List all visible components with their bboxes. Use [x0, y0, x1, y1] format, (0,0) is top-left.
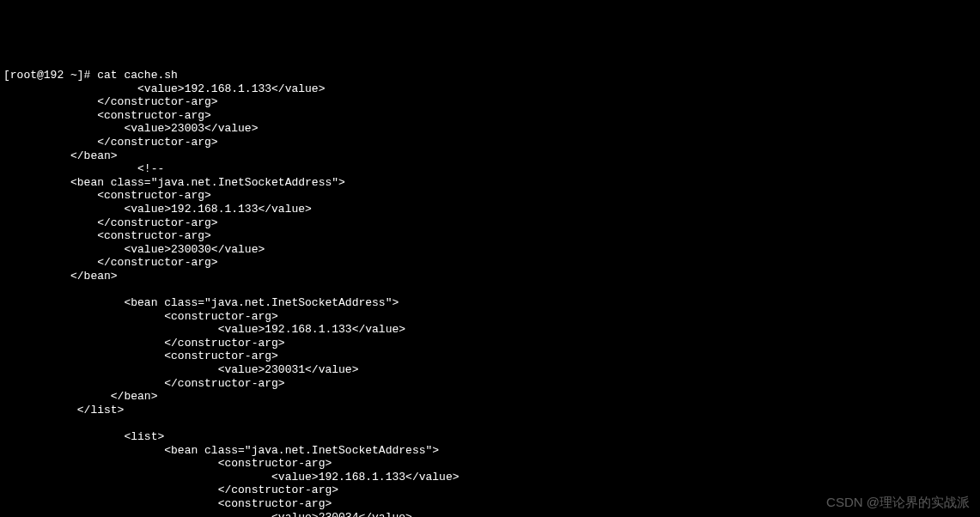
output-line: <value>230030</value> — [3, 243, 265, 256]
shell-prompt: [root@192 ~]# cat cache.sh — [3, 69, 178, 82]
output-line: <constructor-arg> — [3, 229, 211, 242]
terminal-output[interactable]: [root@192 ~]# cat cache.sh <value>192.16… — [0, 53, 980, 517]
output-line: <bean class="java.net.InetSocketAddress"… — [3, 176, 345, 189]
output-line: </constructor-arg> — [3, 377, 285, 390]
output-line: <constructor-arg> — [3, 350, 278, 362]
output-line: </constructor-arg> — [3, 216, 218, 229]
output-line: <value>230031</value> — [3, 363, 358, 376]
output-line: </constructor-arg> — [3, 256, 218, 269]
output-line: <value>23003</value> — [3, 122, 258, 135]
output-line: <value>192.168.1.133</value> — [3, 323, 405, 336]
output-line: <value>192.168.1.133</value> — [3, 203, 312, 216]
output-line: </list> — [3, 404, 124, 417]
output-line: <value>230034</value> — [3, 511, 412, 517]
output-line: <value>192.168.1.133</value> — [3, 471, 460, 484]
output-line: </bean> — [3, 390, 157, 403]
output-line: <value>192.168.1.133</value> — [3, 82, 325, 95]
output-line: <constructor-arg> — [3, 457, 332, 470]
output-line: <constructor-arg> — [3, 109, 211, 122]
output-line: <bean class="java.net.InetSocketAddress"… — [3, 444, 439, 457]
output-line: </constructor-arg> — [3, 95, 218, 108]
output-line: <constructor-arg> — [3, 189, 211, 202]
output-line: <!-- — [3, 162, 164, 175]
output-line: <list> — [3, 430, 164, 443]
watermark-text: CSDN @理论界的实战派 — [826, 495, 970, 510]
output-line: <bean class="java.net.InetSocketAddress"… — [3, 296, 399, 309]
output-line: </constructor-arg> — [3, 337, 285, 350]
output-line: </bean> — [3, 270, 118, 283]
output-line: <constructor-arg> — [3, 497, 332, 510]
output-line: </constructor-arg> — [3, 136, 218, 149]
output-line: <constructor-arg> — [3, 310, 278, 323]
output-line: </bean> — [3, 149, 118, 162]
output-line: </constructor-arg> — [3, 484, 338, 496]
